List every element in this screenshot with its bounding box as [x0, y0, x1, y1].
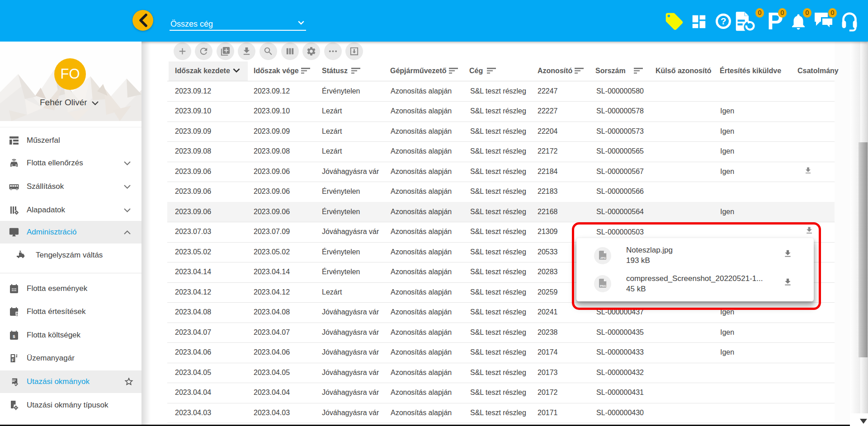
- svg-text:F: F: [12, 358, 14, 362]
- svg-text:JPG: JPG: [600, 256, 606, 259]
- svg-text:$: $: [13, 334, 15, 339]
- svg-text:PNG: PNG: [600, 284, 606, 287]
- svg-text:?: ?: [721, 16, 726, 26]
